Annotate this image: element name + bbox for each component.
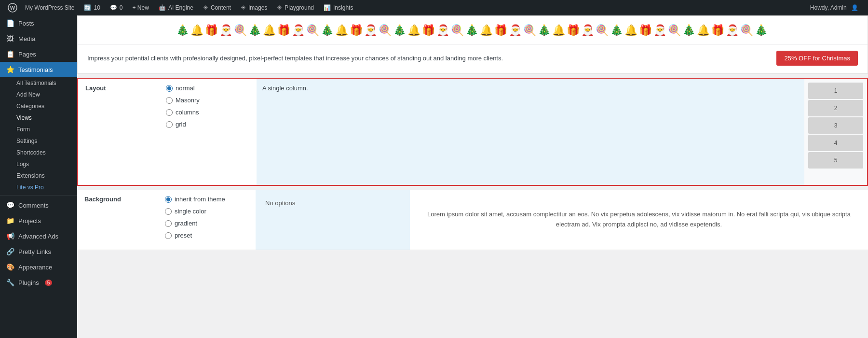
testimonials-icon: ⭐ <box>6 66 14 73</box>
submenu-logs[interactable]: Logs <box>0 158 77 170</box>
sidebar-item-advanced-ads[interactable]: 📢 Advanced Ads <box>0 228 77 244</box>
updates-item[interactable]: 🔄 10 <box>80 0 104 15</box>
layout-option-grid[interactable]: grid <box>166 121 251 128</box>
plugins-badge: 5 <box>45 280 53 286</box>
sidebar-posts-label: Posts <box>18 20 34 27</box>
playground-label: Playground <box>285 4 314 11</box>
sidebar-item-pretty-links[interactable]: 🔗 Pretty Links <box>0 244 77 259</box>
sidebar-media-label: Media <box>18 35 35 42</box>
page-wrapper: 📄 Posts 🖼 Media 📋 Pages ⭐ Testimonials A… <box>0 15 868 338</box>
playground-item[interactable]: ☀ Playground <box>273 0 318 15</box>
images-label: Images <box>248 4 267 11</box>
comments-item[interactable]: 💬 0 <box>106 0 127 15</box>
wp-logo[interactable]: W <box>6 1 19 14</box>
sidebar-item-pages[interactable]: 📋 Pages <box>0 46 77 62</box>
updates-count: 10 <box>94 4 100 11</box>
appearance-icon: 🎨 <box>6 263 14 271</box>
layout-option-normal[interactable]: normal <box>166 84 251 92</box>
layout-radio-grid[interactable] <box>166 121 173 128</box>
images-item[interactable]: ☀ Images <box>237 0 271 15</box>
sidebar-item-projects[interactable]: 📁 Projects <box>0 213 77 228</box>
sidebar-pages-label: Pages <box>18 51 36 58</box>
insights-label: Insights <box>333 4 353 11</box>
layout-radio-masonry[interactable] <box>166 97 173 104</box>
updates-icon: 🔄 <box>84 4 91 11</box>
layout-option-masonry[interactable]: Masonry <box>166 97 251 104</box>
admin-menu: 📄 Posts 🖼 Media 📋 Pages ⭐ Testimonials A… <box>0 15 77 338</box>
new-item[interactable]: + New <box>129 0 153 15</box>
background-radio-preset[interactable] <box>165 232 172 239</box>
sidebar-item-appearance[interactable]: 🎨 Appearance <box>0 259 77 275</box>
plugins-icon: 🔧 <box>6 279 14 286</box>
lorem-text-area: Lorem ipsum dolor sit amet, accusam comp… <box>410 190 868 250</box>
layout-btn-3[interactable]: 3 <box>808 117 863 134</box>
avatar-icon: 👤 <box>851 4 858 11</box>
background-section: Background inherit from theme single col… <box>77 190 868 250</box>
sidebar-item-posts[interactable]: 📄 Posts <box>0 15 77 31</box>
background-label: Background <box>77 190 159 250</box>
advanced-ads-icon: 📢 <box>6 232 14 240</box>
submenu-settings[interactable]: Settings <box>0 135 77 147</box>
background-option-preset[interactable]: preset <box>165 232 250 239</box>
layout-btn-4[interactable]: 4 <box>808 135 863 151</box>
images-icon: ☀ <box>241 4 246 11</box>
comments-menu-icon: 💬 <box>6 201 14 209</box>
pages-icon: 📋 <box>6 50 14 58</box>
howdy-text: Howdy, Admin 👤 <box>806 4 862 11</box>
no-options-box: No options <box>256 190 410 250</box>
content-label: Content <box>211 4 231 11</box>
layout-radio-columns[interactable] <box>166 109 173 116</box>
layout-option-columns[interactable]: columns <box>166 109 251 116</box>
layout-preview: A single column. <box>257 79 804 185</box>
main-content: 🎄🔔🎁🎅🍭🎄🔔🎁🎅🍭🎄🔔🎁🎅🍭🎄🔔🎁🎅🍭🎄🔔🎁🎅🍭🎄🔔🎁🎅🍭🎄🔔🎁🎅🍭🎄🔔🎁🎅🍭… <box>77 15 868 338</box>
background-option-single-color[interactable]: single color <box>165 208 250 215</box>
layout-label: Layout <box>78 79 160 185</box>
sidebar-item-media[interactable]: 🖼 Media <box>0 31 77 46</box>
admin-bar: W My WordPress Site 🔄 10 💬 0 + New 🤖 AI … <box>0 0 868 15</box>
background-options: inherit from theme single color gradient… <box>159 190 256 250</box>
content-item[interactable]: ☀ Content <box>199 0 235 15</box>
promo-description: Impress your potential clients with prof… <box>87 55 767 62</box>
layout-sidebar-buttons: 1 2 3 4 5 <box>804 79 867 185</box>
playground-icon: ☀ <box>277 4 282 11</box>
pretty-links-icon: 🔗 <box>6 248 14 255</box>
layout-btn-2[interactable]: 2 <box>808 100 863 116</box>
submenu-extensions[interactable]: Extensions <box>0 170 77 182</box>
background-option-inherit[interactable]: inherit from theme <box>165 196 250 203</box>
promo-cta-button[interactable]: 25% OFF for Christmas <box>776 51 858 66</box>
insights-item[interactable]: 📊 Insights <box>320 0 357 15</box>
layout-radio-normal[interactable] <box>166 85 173 92</box>
ai-engine-label: AI Engine <box>168 4 193 11</box>
media-icon: 🖼 <box>6 35 14 42</box>
layout-btn-5[interactable]: 5 <box>808 152 863 169</box>
submenu-add-new[interactable]: Add New <box>0 89 77 100</box>
background-option-gradient[interactable]: gradient <box>165 220 250 227</box>
layout-section: Layout normal Masonry columns <box>77 78 868 186</box>
site-name-text: My WordPress Site <box>25 4 74 11</box>
submenu-form[interactable]: Form <box>0 124 77 135</box>
comments-icon: 💬 <box>110 4 117 11</box>
submenu-views[interactable]: Views <box>0 112 77 124</box>
new-label: + New <box>133 4 149 11</box>
promo-text-area: Impress your potential clients with prof… <box>78 45 868 73</box>
layout-btn-1[interactable]: 1 <box>808 83 863 99</box>
ai-engine-item[interactable]: 🤖 AI Engine <box>155 0 197 15</box>
sidebar-item-plugins[interactable]: 🔧 Plugins 5 <box>0 275 77 290</box>
background-radio-gradient[interactable] <box>165 220 172 227</box>
submenu-all-testimonials[interactable]: All Testimonials <box>0 77 77 89</box>
submenu-shortcodes[interactable]: Shortcodes <box>0 147 77 158</box>
projects-icon: 📁 <box>6 217 14 225</box>
insights-icon: 📊 <box>324 4 331 11</box>
background-radio-inherit[interactable] <box>165 196 172 203</box>
background-radio-single-color[interactable] <box>165 208 172 215</box>
ai-engine-icon: 🤖 <box>159 4 166 11</box>
sidebar-item-comments[interactable]: 💬 Comments <box>0 197 77 213</box>
submenu-lite-vs-pro[interactable]: Lite vs Pro <box>0 182 77 193</box>
site-name[interactable]: My WordPress Site <box>21 0 78 15</box>
menu-separator-1 <box>0 195 77 196</box>
layout-options: normal Masonry columns grid <box>160 79 257 185</box>
sidebar-item-testimonials[interactable]: ⭐ Testimonials <box>0 62 77 77</box>
submenu-categories[interactable]: Categories <box>0 100 77 112</box>
promo-decorative: 🎄🔔🎁🎅🍭🎄🔔🎁🎅🍭🎄🔔🎁🎅🍭🎄🔔🎁🎅🍭🎄🔔🎁🎅🍭🎄🔔🎁🎅🍭🎄🔔🎁🎅🍭🎄🔔🎁🎅🍭… <box>78 16 868 45</box>
posts-icon: 📄 <box>6 19 14 27</box>
